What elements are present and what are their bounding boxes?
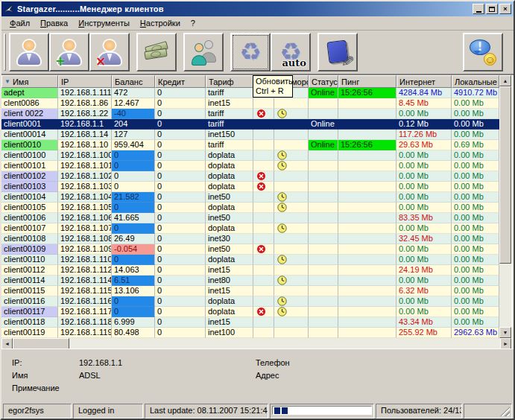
cell-balance: 0: [112, 150, 155, 161]
delete-user-button[interactable]: ×: [89, 33, 130, 71]
cell-internet: 4284.84 Mb: [396, 88, 452, 98]
user-add-icon: +: [55, 38, 83, 66]
column-header-ip[interactable]: IP: [58, 75, 112, 88]
column-header-credit[interactable]: Кредит: [155, 75, 206, 88]
user-groups-button[interactable]: [183, 33, 224, 71]
table-row[interactable]: client00109192.168.1.109-0.0540inet500.0…: [1, 244, 499, 255]
cell-ip: 192.168.1.107: [58, 223, 112, 234]
table-row[interactable]: client00101192.168.1.10100doplata0.00 Mb…: [1, 161, 499, 171]
horizontal-scroll-thumb[interactable]: [13, 338, 69, 349]
column-header-name[interactable]: ▼Имя: [1, 75, 58, 88]
cell-credit: 0: [155, 98, 206, 109]
cell-frozen: [274, 98, 309, 109]
horizontal-scrollbar[interactable]: [1, 338, 511, 349]
add-user-button[interactable]: +: [49, 33, 89, 71]
payment-button[interactable]: [136, 33, 177, 71]
progress-block: [282, 407, 288, 414]
titlebar[interactable]: Stargazer..........Менеджер клиентов ×: [1, 1, 514, 16]
table-row[interactable]: client00110192.168.1.11000doplata0.00 Mb…: [1, 255, 499, 265]
cell-status: [309, 192, 338, 203]
cell-local: 0.00 Mb: [452, 307, 499, 317]
vertical-scrollbar[interactable]: [499, 75, 511, 338]
table-row[interactable]: client00119192.168.1.11980.4980inet10025…: [1, 328, 499, 338]
table-row[interactable]: client00103192.168.1.10300doplata0.00 Mb…: [1, 182, 499, 192]
toolbar-grip[interactable]: [4, 34, 6, 71]
cell-disabled: [253, 182, 274, 192]
table-row[interactable]: client00104192.168.1.10421.5820inet500.0…: [1, 192, 499, 203]
table-body: adept192.168.1.1114720tariffOnline15:26:…: [1, 88, 499, 338]
cell-name: client00117: [1, 307, 58, 317]
column-header-local[interactable]: Локальные р: [452, 75, 499, 88]
cell-name: client00101: [1, 161, 58, 171]
column-header-internet[interactable]: Интернет: [396, 75, 452, 88]
scroll-left-icon[interactable]: [1, 338, 13, 349]
table-row[interactable]: client00112192.168.1.11214.0630inet1524.…: [1, 265, 499, 276]
cell-credit: 0: [155, 223, 206, 234]
scroll-up-icon[interactable]: [499, 75, 511, 86]
refresh-button[interactable]: ♻: [230, 33, 271, 71]
cell-ip: 192.168.1.100: [58, 150, 112, 161]
scroll-right-icon[interactable]: [500, 338, 511, 349]
table-row[interactable]: client00100192.168.1.10000doplata0.00 Mb…: [1, 150, 499, 161]
column-header-tariff[interactable]: Тариф: [206, 75, 253, 88]
messages-button[interactable]: [463, 33, 503, 71]
detail-value: ADSL: [79, 371, 101, 380]
vertical-scroll-thumb[interactable]: [499, 86, 511, 264]
close-button[interactable]: ×: [499, 4, 511, 14]
cell-status: [309, 203, 338, 213]
frozen-clock-icon: [277, 192, 287, 202]
resize-grip-icon[interactable]: [500, 407, 510, 416]
cell-ip: 192.168.1.101: [58, 161, 112, 171]
menu-item-4[interactable]: Настройки: [135, 17, 186, 29]
table-row[interactable]: client00115192.168.1.11513.1060inet156.3…: [1, 286, 499, 296]
notes-button[interactable]: ✎: [317, 33, 358, 71]
cell-disabled: [253, 265, 274, 276]
cell-local: 0.00 Mb: [452, 98, 499, 109]
cell-frozen: [274, 317, 309, 328]
table-row[interactable]: client0001192.168.1.12040tariffOnline0.1…: [1, 119, 499, 130]
cell-ip: 192.168.1.1: [58, 119, 112, 130]
table-row[interactable]: client00116192.168.1.11600doplata0.00 Mb…: [1, 296, 499, 307]
column-header-balance[interactable]: Баланс: [112, 75, 155, 88]
cell-disabled: [253, 161, 274, 171]
auto-label: auto: [282, 58, 306, 68]
table-row[interactable]: client 0022192.168.1.22-400tariff0.00 Mb…: [1, 109, 499, 119]
cell-ip: 192.168.1.22: [58, 109, 112, 119]
column-label: Интернет: [399, 77, 435, 86]
table-row[interactable]: client00107192.168.1.10700doplata0.00 Mb…: [1, 223, 499, 234]
cell-ping: [338, 192, 396, 203]
cell-ip: 192.168.1.112: [58, 265, 112, 276]
menu-item-1[interactable]: Файл: [4, 17, 35, 29]
maximize-button[interactable]: [486, 4, 498, 14]
cell-credit: 0: [155, 150, 206, 161]
column-header-ping[interactable]: Пинг: [338, 75, 396, 88]
table-row[interactable]: client00108192.168.1.10826.490inet3032.4…: [1, 234, 499, 244]
frozen-clock-icon: [277, 150, 287, 160]
cell-local: 0.00 Mb: [452, 244, 499, 255]
cell-local: 0.00 Mb: [452, 234, 499, 244]
table-row[interactable]: client00014192.168.1.141270inet150117.26…: [1, 130, 499, 140]
table-row[interactable]: clent0086192.168.1.8612.4670inet158.45 M…: [1, 98, 499, 109]
minimize-button[interactable]: [473, 4, 484, 14]
table-row[interactable]: client00102192.168.1.10200doplata0.00 Mb…: [1, 171, 499, 182]
cell-credit: 0: [155, 307, 206, 317]
scroll-down-icon[interactable]: [499, 327, 511, 338]
table-row[interactable]: client0010192.168.1.10959.4040tariffOnli…: [1, 140, 499, 150]
cell-status: [309, 130, 338, 140]
auto-refresh-button[interactable]: ♻auto: [271, 33, 311, 71]
table-row[interactable]: client00105192.168.1.10500doplata0.00 Mb…: [1, 203, 499, 213]
menu-item-3[interactable]: Инструменты: [73, 17, 135, 29]
table-row[interactable]: client00118192.168.1.1186.9990inet1543.3…: [1, 317, 499, 328]
table-row[interactable]: client00114192.168.1.1146.510inet800.00 …: [1, 276, 499, 286]
table-row[interactable]: adept192.168.1.1114720tariffOnline15:26:…: [1, 88, 499, 98]
table-row[interactable]: client00117192.168.1.11700doplata0.00 Mb…: [1, 307, 499, 317]
menu-item-2[interactable]: Правка: [35, 17, 73, 29]
menu-item-5[interactable]: ?: [186, 17, 200, 29]
table-row[interactable]: client00106192.168.1.10641.6650inet5083.…: [1, 213, 499, 223]
user-info-button[interactable]: [9, 33, 49, 71]
cell-status: [309, 317, 338, 328]
cell-status: [309, 109, 338, 119]
cell-tariff: inet15: [206, 317, 253, 328]
detail-value: 192.168.1.1: [79, 358, 122, 367]
column-header-status[interactable]: Статус: [309, 75, 338, 88]
